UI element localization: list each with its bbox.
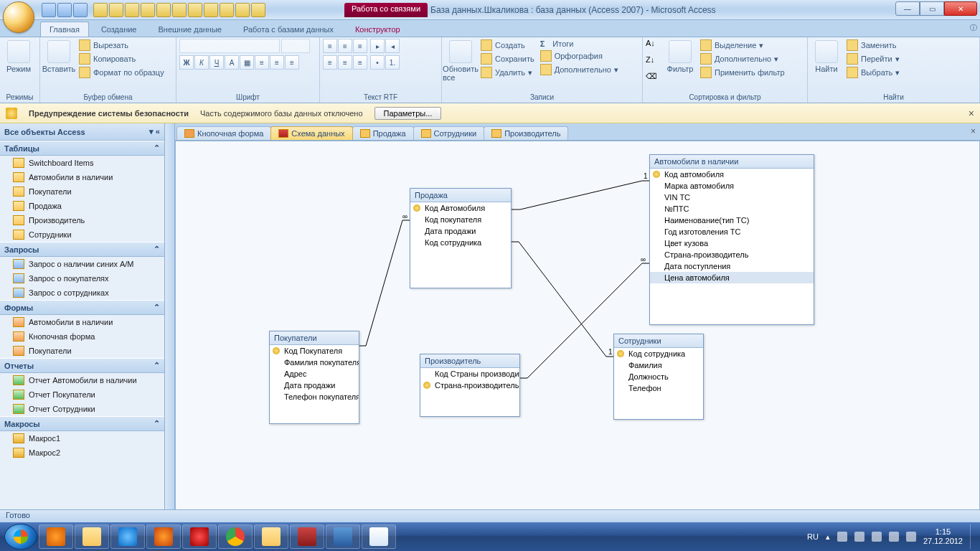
nav-category-tables[interactable]: Таблицы⌃ (0, 141, 164, 156)
nav-form-item[interactable]: Автомобили в наличии (0, 315, 164, 329)
nav-macro-item[interactable]: Макрос2 (0, 446, 164, 460)
taskbar-media-player[interactable] (39, 524, 73, 549)
nav-table-item[interactable]: Сотрудники (0, 227, 164, 242)
spelling-button[interactable]: Орфография (539, 50, 620, 62)
taskbar-folder[interactable] (254, 524, 288, 549)
italic-button[interactable]: К (194, 55, 209, 70)
qat-redo-icon[interactable] (73, 3, 88, 17)
taskbar-access[interactable] (290, 524, 324, 549)
more-records-button[interactable]: Дополнительно ▾ (539, 63, 620, 76)
taskbar-paint[interactable] (362, 524, 396, 549)
taskbar-firefox[interactable] (146, 524, 181, 549)
indent-button[interactable]: ▸ (370, 39, 385, 53)
security-options-button[interactable]: Параметры... (374, 107, 442, 120)
doc-tab-active[interactable]: Схема данных (270, 126, 352, 140)
nav-category-reports[interactable]: Отчеты⌃ (0, 358, 164, 373)
tray-icon[interactable] (906, 532, 916, 542)
nav-form-item[interactable]: Кнопочная форма (0, 329, 164, 344)
close-button[interactable]: ✕ (944, 1, 977, 16)
nav-query-item[interactable]: Запрос о покупателях (0, 271, 164, 286)
language-indicator[interactable]: RU (807, 532, 819, 541)
nav-table-item[interactable]: Switchboard Items (0, 156, 164, 170)
view-button[interactable]: Режим (3, 39, 34, 75)
ribbon-tab-design[interactable]: Конструктор (346, 22, 410, 37)
doc-tab[interactable]: Кнопочная форма (176, 126, 271, 140)
doc-tab-close-icon[interactable]: × (971, 126, 976, 136)
align-center-button[interactable]: ≡ (270, 55, 284, 70)
nav-category-macros[interactable]: Макросы⌃ (0, 416, 164, 431)
qat-btn[interactable] (204, 3, 218, 17)
refresh-all-button[interactable]: Обновить все (445, 39, 476, 83)
taskbar-opera[interactable] (182, 524, 217, 549)
show-desktop-button[interactable] (970, 524, 976, 549)
doc-tab[interactable]: Продажа (352, 126, 414, 140)
maximize-button[interactable]: ▭ (920, 1, 944, 16)
replace-button[interactable]: Заменить (845, 39, 901, 52)
qat-save-icon[interactable] (42, 3, 56, 17)
rtf-btn[interactable]: ≡ (338, 39, 352, 53)
outdent-button[interactable]: ◂ (385, 39, 400, 53)
nav-category-queries[interactable]: Запросы⌃ (0, 242, 164, 257)
rtf-btn[interactable]: ≡ (323, 55, 337, 70)
qat-btn[interactable] (220, 3, 234, 17)
taskbar-word[interactable] (326, 524, 360, 549)
ribbon-tab-create[interactable]: Создание (92, 22, 146, 37)
nav-report-item[interactable]: Отчет Автомобили в наличии (0, 373, 164, 387)
rtf-btn[interactable]: ≡ (323, 39, 337, 53)
qat-btn[interactable] (172, 3, 187, 17)
delete-record-button[interactable]: Удалить ▾ (479, 66, 536, 79)
start-button[interactable] (4, 524, 37, 550)
schema-table-vendor[interactable]: Производитель Код Страны производителя С… (420, 354, 520, 417)
taskbar-explorer[interactable] (75, 524, 109, 549)
highlight-button[interactable]: ▦ (240, 55, 254, 70)
goto-button[interactable]: Перейти ▾ (845, 52, 901, 65)
nav-form-item[interactable]: Покупатели (0, 344, 164, 358)
network-icon[interactable] (872, 532, 882, 542)
nav-query-item[interactable]: Запрос о сотрудниках (0, 286, 164, 300)
taskbar-ie[interactable] (110, 524, 145, 549)
sort-asc-button[interactable]: A↓ (646, 39, 661, 55)
nav-table-item[interactable]: Производитель (0, 213, 164, 227)
office-button[interactable] (3, 1, 34, 33)
selection-filter-button[interactable]: Выделение ▾ (699, 39, 786, 52)
nav-table-item[interactable]: Покупатели (0, 184, 164, 199)
sort-desc-button[interactable]: Z↓ (646, 55, 661, 71)
tray-icon[interactable] (837, 532, 847, 542)
format-painter-button[interactable]: Формат по образцу (77, 66, 166, 79)
taskbar-chrome[interactable] (218, 524, 253, 549)
qat-btn[interactable] (235, 3, 250, 17)
schema-table-sale[interactable]: Продажа Код Автомобиля Код покупателя Да… (410, 188, 512, 288)
find-button[interactable]: Найти (811, 39, 842, 75)
nav-collapse-strip[interactable] (165, 123, 175, 522)
font-color-button[interactable]: A (225, 55, 239, 70)
totals-button[interactable]: Σ Итоги (539, 39, 620, 49)
font-size-combo[interactable] (281, 39, 310, 53)
rtf-btn[interactable]: ≡ (353, 39, 367, 53)
doc-tab[interactable]: Производитель (484, 126, 568, 140)
select-button[interactable]: Выбрать ▾ (845, 66, 901, 79)
rtf-btn[interactable]: ≡ (353, 55, 367, 70)
ribbon-tab-home[interactable]: Главная (40, 22, 89, 37)
paste-button[interactable]: Вставить (43, 39, 75, 75)
doc-tab[interactable]: Сотрудники (413, 126, 485, 140)
align-left-button[interactable]: ≡ (255, 55, 269, 70)
toggle-filter-button[interactable]: Применить фильтр (699, 66, 786, 79)
qat-btn[interactable] (156, 3, 171, 17)
ribbon-help-icon[interactable]: ⓘ (970, 23, 977, 33)
qat-undo-icon[interactable] (57, 3, 72, 17)
schema-table-staff[interactable]: Сотрудники Код сотрудника Фамилия Должно… (613, 334, 704, 420)
ribbon-tab-dbtools[interactable]: Работа с базами данных (234, 22, 343, 37)
advanced-filter-button[interactable]: Дополнительно ▾ (699, 52, 786, 65)
taskbar-clock[interactable]: 1:15 27.12.2012 (923, 527, 963, 546)
font-combo[interactable] (179, 39, 280, 53)
ribbon-tab-external[interactable]: Внешние данные (149, 22, 231, 37)
relationships-canvas[interactable]: ∞ 1 ∞ 1 ∞ 1 1 ∞ Продажа Код Автомобиля К… (175, 141, 980, 511)
list-button[interactable]: • (370, 55, 385, 70)
filter-button[interactable]: Фильтр (664, 39, 696, 75)
qat-btn[interactable] (93, 3, 108, 17)
nav-table-item[interactable]: Автомобили в наличии (0, 170, 164, 184)
nav-macro-item[interactable]: Макрос1 (0, 431, 164, 446)
qat-btn[interactable] (125, 3, 139, 17)
cut-button[interactable]: Вырезать (77, 39, 166, 52)
nav-table-item[interactable]: Продажа (0, 199, 164, 213)
